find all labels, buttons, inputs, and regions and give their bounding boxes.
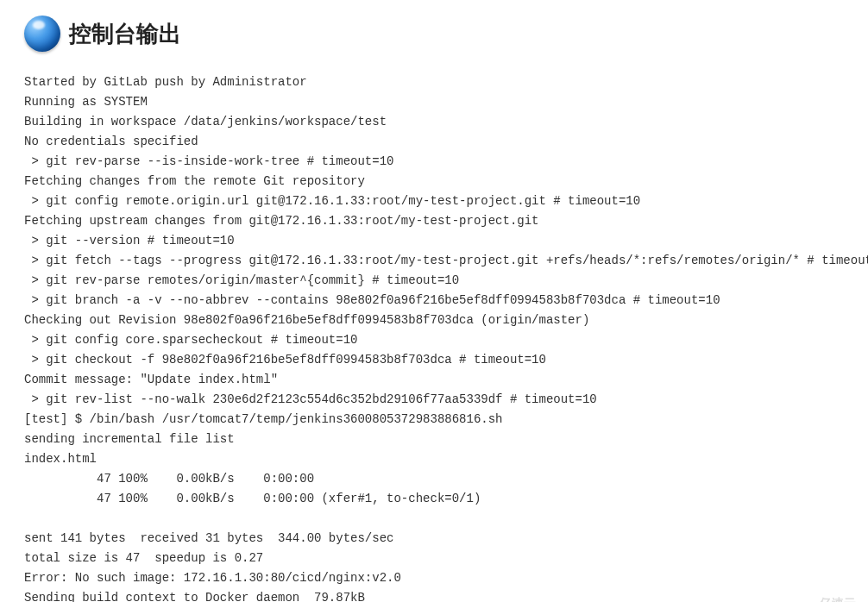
console-line: > git rev-list --no-walk 230e6d2f2123c55…	[24, 390, 844, 410]
console-line: [test] $ /bin/bash /usr/tomcat7/temp/jen…	[24, 410, 844, 430]
console-line: > git checkout -f 98e802f0a96f216be5ef8d…	[24, 350, 844, 370]
watermark-text: 亿速云	[820, 596, 856, 603]
console-line: > git config core.sparsecheckout # timeo…	[24, 330, 844, 350]
console-line: Building in workspace /data/jenkins/work…	[24, 112, 844, 132]
console-line: sent 141 bytes received 31 bytes 344.00 …	[24, 529, 844, 549]
console-line: > git fetch --tags --progress git@172.16…	[24, 251, 844, 271]
console-line: > git --version # timeout=10	[24, 231, 844, 251]
status-ball-icon	[24, 16, 60, 52]
console-line: Sending build context to Docker daemon 7…	[24, 588, 844, 602]
console-line: > git config remote.origin.url git@172.1…	[24, 191, 844, 211]
watermark: ☁ 亿速云	[802, 595, 856, 602]
cloud-icon: ☁	[802, 595, 816, 602]
console-line: index.html	[24, 449, 844, 469]
console-line: 47 100% 0.00kB/s 0:00:00 (xfer#1, to-che…	[24, 489, 844, 509]
page-title: 控制台输出	[69, 19, 181, 49]
console-line: total size is 47 speedup is 0.27	[24, 549, 844, 568]
console-line: > git rev-parse remotes/origin/master^{c…	[24, 271, 844, 291]
console-line: sending incremental file list	[24, 430, 844, 449]
console-line: Fetching upstream changes from git@172.1…	[24, 211, 844, 231]
console-line: > git rev-parse --is-inside-work-tree # …	[24, 152, 844, 172]
console-header: 控制台输出	[24, 16, 844, 52]
console-line: Commit message: "Update index.html"	[24, 370, 844, 390]
console-output: Started by GitLab push by AdministratorR…	[24, 72, 844, 602]
console-line: Running as SYSTEM	[24, 92, 844, 112]
console-line: 47 100% 0.00kB/s 0:00:00	[24, 469, 844, 489]
console-line: Fetching changes from the remote Git rep…	[24, 172, 844, 191]
console-line: Error: No such image: 172.16.1.30:80/cic…	[24, 568, 844, 588]
console-line	[24, 509, 844, 529]
console-line: > git branch -a -v --no-abbrev --contain…	[24, 291, 844, 310]
console-line: No credentials specified	[24, 132, 844, 152]
console-line: Checking out Revision 98e802f0a96f216be5…	[24, 310, 844, 330]
console-line: Started by GitLab push by Administrator	[24, 72, 844, 92]
